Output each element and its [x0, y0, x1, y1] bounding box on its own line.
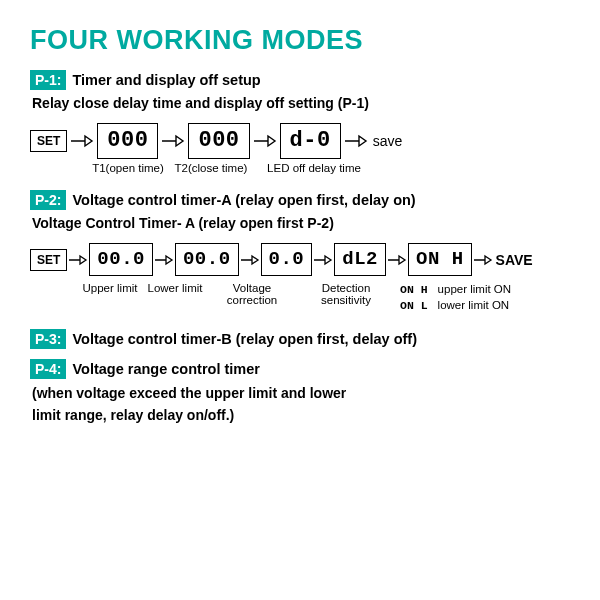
- p2-display-sensitivity: dL2: [334, 243, 386, 276]
- p1-cap-t2: T2(close time): [168, 162, 254, 174]
- mode-p4-title: Voltage range control timer: [72, 361, 259, 377]
- arrow-right-icon: [161, 132, 185, 150]
- p2-flow: SET 00.0 00.0 0.0 dL2 ON H SAVE: [30, 243, 570, 276]
- p2-display-onh: ON H: [408, 243, 472, 276]
- p2-cap-upper: Upper limit: [78, 282, 142, 306]
- mode-p3-title: Voltage control timer-B (relay open firs…: [72, 331, 417, 347]
- arrow-right-icon: [253, 132, 277, 150]
- mode-p2-badge: P-2:: [30, 190, 66, 210]
- arrow-right-icon: [68, 252, 88, 268]
- p2-cap-sensitivity: Detection sensitivity: [296, 282, 396, 306]
- p2-legend-onl-code: ON L: [400, 298, 428, 314]
- p2-cap-correction: Voltage correction: [208, 282, 296, 306]
- p1-display-led: d-0: [280, 123, 341, 159]
- p1-cap-t1: T1(open time): [88, 162, 168, 174]
- p2-legend-onl-text: lower limit ON: [438, 298, 510, 314]
- arrow-right-icon: [154, 252, 174, 268]
- arrow-right-icon: [70, 132, 94, 150]
- p1-display-t1: 000: [97, 123, 158, 159]
- p1-captions: T1(open time) T2(close time) LED off del…: [30, 162, 570, 174]
- mode-p4-desc-line1: (when voltage exceed the upper limit and…: [32, 385, 570, 401]
- mode-p1-badge: P-1:: [30, 70, 66, 90]
- p2-set-button: SET: [30, 249, 67, 271]
- mode-p1-title: Timer and display off setup: [72, 72, 260, 88]
- p2-legend: ON H upper limit ON ON L lower limit ON: [400, 282, 511, 313]
- mode-p4-badge: P-4:: [30, 359, 66, 379]
- p2-captions: Upper limit Lower limit Voltage correcti…: [30, 282, 396, 306]
- mode-p2-header: P-2: Voltage control timer-A (relay open…: [30, 190, 570, 210]
- arrow-right-icon: [313, 252, 333, 268]
- mode-p4-header: P-4: Voltage range control timer: [30, 359, 570, 379]
- arrow-right-icon: [240, 252, 260, 268]
- p1-save-label: save: [373, 133, 403, 149]
- mode-p4-desc-line2: limit range, relay delay on/off.): [32, 407, 570, 423]
- p2-cap-lower: Lower limit: [142, 282, 208, 306]
- p2-display-correction: 0.0: [261, 243, 313, 276]
- mode-p2-subtitle: Voltage Control Timer- A (relay open fir…: [32, 215, 570, 231]
- p2-legend-onh-text: upper limit ON: [438, 282, 512, 298]
- p2-legend-onh-code: ON H: [400, 282, 428, 298]
- page-title: FOUR WORKING MODES: [30, 25, 570, 56]
- arrow-right-icon: [344, 132, 368, 150]
- mode-p1-subtitle: Relay close delay time and display off s…: [32, 95, 570, 111]
- p2-save-label: SAVE: [496, 252, 533, 268]
- p1-flow: SET 000 000 d-0 save: [30, 123, 570, 159]
- mode-p3-header: P-3: Voltage control timer-B (relay open…: [30, 329, 570, 349]
- mode-p1-header: P-1: Timer and display off setup: [30, 70, 570, 90]
- p1-set-button: SET: [30, 130, 67, 152]
- arrow-right-icon: [387, 252, 407, 268]
- mode-p2-title: Voltage control timer-A (relay open firs…: [72, 192, 415, 208]
- mode-p3-badge: P-3:: [30, 329, 66, 349]
- p1-cap-led: LED off delay time: [254, 162, 374, 174]
- p2-display-upper: 00.0: [89, 243, 153, 276]
- p1-display-t2: 000: [188, 123, 249, 159]
- p2-display-lower: 00.0: [175, 243, 239, 276]
- arrow-right-icon: [473, 252, 493, 268]
